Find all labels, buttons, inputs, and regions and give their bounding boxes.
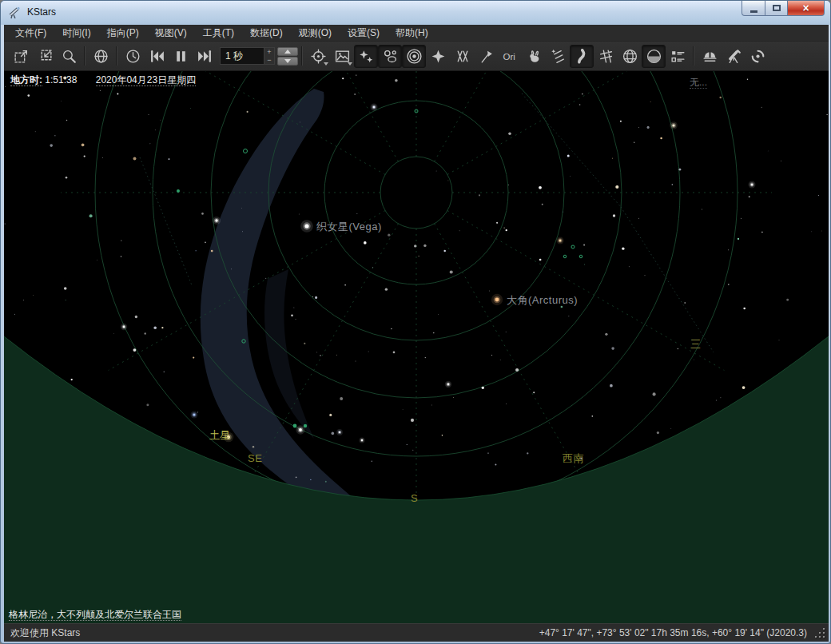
sky-label-compass-s: S (411, 492, 418, 504)
sky-label-constellation-char: 三 (690, 337, 702, 352)
show-constellation-art-button[interactable] (522, 45, 546, 68)
time-step-value: 1 秒 (225, 50, 243, 63)
menu-tools[interactable]: 工具(T) (195, 24, 242, 42)
minimize-icon (750, 10, 757, 13)
time-step-backward-button[interactable] (145, 45, 169, 68)
title-bar[interactable]: KStars × (1, 1, 830, 25)
minimize-button[interactable] (742, 1, 765, 16)
time-step-control: 1 秒+− (220, 47, 298, 66)
focus-object-text: 无... (690, 77, 707, 89)
time-infobox[interactable]: 地方时: 1:51:38 2020年04月23日星期四 (10, 74, 196, 87)
menu-observation[interactable]: 观测(O) (291, 24, 340, 42)
location-infobox[interactable]: 格林尼治，大不列颠及北爱尔兰联合王国 (9, 608, 181, 622)
status-bar: 欢迎使用 KStars +47° 17' 47", +73° 53' 02" 1… (4, 623, 829, 642)
show-deep-sky-objects-button[interactable] (378, 45, 402, 68)
up-arrow-icon (284, 50, 291, 54)
show-equatorial-grid-button[interactable] (594, 45, 618, 68)
down-arrow-icon (284, 59, 291, 63)
sky-label-arcturus[interactable]: 大角(Arcturus) (507, 293, 578, 308)
toolbar-separator (116, 46, 117, 66)
app-body: 文件(F)时间(I)指向(P)视图(V)工具(T)数据(D)观测(O)设置(S)… (4, 25, 829, 642)
find-object-button[interactable] (57, 45, 81, 68)
local-time-label: 地方时: (10, 74, 42, 86)
time-step-down-button[interactable] (277, 57, 298, 66)
ekos-button[interactable] (746, 45, 769, 68)
svg-text:Ori: Ori (503, 51, 515, 61)
time-pause-button[interactable] (169, 45, 193, 68)
dropdown-arrow-icon (348, 62, 352, 66)
show-constellation-names-button[interactable]: Ori (498, 45, 522, 68)
show-asterisms-button[interactable] (546, 45, 570, 68)
set-time-button[interactable] (121, 45, 145, 68)
close-button[interactable]: × (788, 1, 825, 16)
sky-map[interactable]: 地方时: 1:51:38 2020年04月23日星期四 无... 格林尼治，大不… (4, 71, 829, 623)
coordinates-readout: +47° 17' 47", +73° 53' 02" 17h 35m 16s, … (539, 627, 807, 638)
toolbar-separator (84, 46, 85, 66)
zoom-in-button[interactable] (9, 45, 33, 68)
status-message: 欢迎使用 KStars (10, 626, 80, 640)
kstars-window: KStars × 文件(F)时间(I)指向(P)视图(V)工具(T)数据(D)观… (0, 0, 831, 644)
show-solar-system-button[interactable] (402, 45, 426, 68)
menu-help[interactable]: 帮助(H) (388, 24, 436, 42)
geo-location-text: 格林尼治，大不列颠及北爱尔兰联合王国 (9, 609, 181, 621)
local-time-value: 1:51:38 (45, 74, 77, 85)
toolbar-separator (301, 46, 303, 66)
menu-view[interactable]: 视图(V) (147, 24, 195, 42)
time-step-up-button[interactable] (277, 47, 298, 56)
show-milky-way-button[interactable] (570, 45, 594, 68)
show-horizontal-grid-button[interactable] (618, 45, 642, 68)
dropdown-arrow-icon (324, 62, 328, 66)
zoom-out-button[interactable] (33, 45, 57, 68)
show-constellation-lines-button[interactable] (426, 45, 450, 68)
window-title: KStars (27, 6, 56, 18)
time-step-minus-button[interactable]: − (264, 56, 274, 64)
date-value: 2020年04月23日星期四 (96, 74, 196, 86)
sky-label-compass-sw: 西南 (563, 451, 584, 466)
focus-infobox[interactable]: 无... (690, 76, 707, 89)
show-observing-list-button[interactable] (666, 45, 690, 68)
sky-canvas (4, 71, 829, 623)
menu-time[interactable]: 时间(I) (54, 24, 98, 42)
observatory-dome-button[interactable] (698, 45, 722, 68)
show-constellation-boundaries-button[interactable] (450, 45, 474, 68)
show-supernovae-button[interactable] (474, 45, 498, 68)
resize-grip[interactable] (815, 628, 825, 638)
focus-target-button[interactable] (306, 45, 330, 68)
toolbar-separator (693, 46, 694, 66)
sky-label-saturn[interactable]: 土星 (209, 428, 231, 443)
main-toolbar: 1 秒+−Ori (4, 42, 829, 71)
time-step-plus-button[interactable]: + (264, 48, 274, 56)
set-geo-location-button[interactable] (89, 45, 113, 68)
menu-bar: 文件(F)时间(I)指向(P)视图(V)工具(T)数据(D)观测(O)设置(S)… (4, 25, 829, 42)
time-step-input[interactable]: 1 秒 (220, 47, 264, 65)
sky-label-vega[interactable]: 织女星(Vega) (316, 220, 382, 234)
menu-pointing[interactable]: 指向(P) (99, 24, 147, 42)
maximize-icon (773, 5, 781, 11)
indi-telescope-button[interactable] (722, 45, 746, 68)
show-stars-button[interactable] (354, 45, 378, 68)
menu-settings[interactable]: 设置(S) (340, 24, 388, 42)
show-horizon-button[interactable] (642, 45, 666, 68)
maximize-button[interactable] (765, 1, 788, 16)
sky-image-button[interactable] (330, 45, 354, 68)
app-icon (8, 6, 22, 20)
sky-label-compass-se: SE (248, 452, 262, 464)
menu-file[interactable]: 文件(F) (7, 24, 54, 42)
time-step-forward-button[interactable] (193, 45, 217, 68)
close-icon: × (802, 2, 809, 14)
menu-data[interactable]: 数据(D) (242, 24, 291, 42)
